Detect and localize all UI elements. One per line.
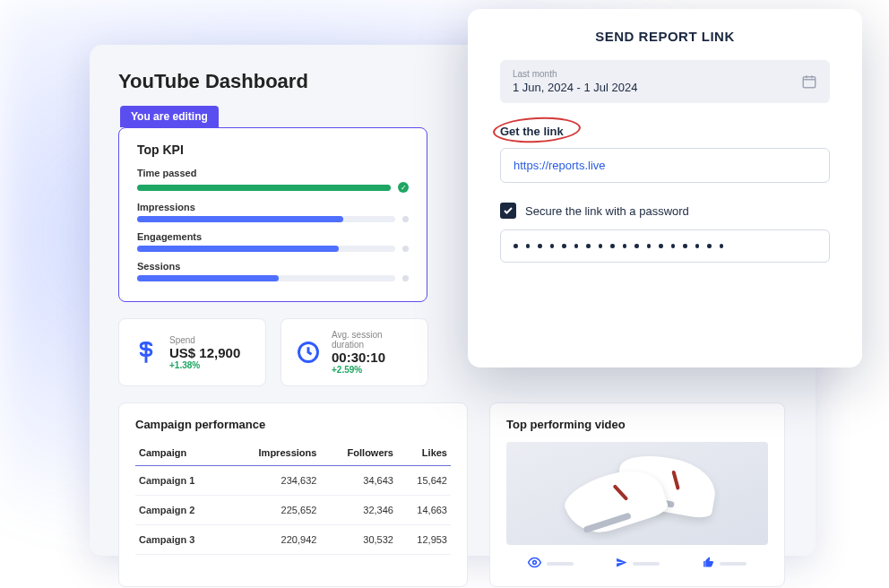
video-stat-likes xyxy=(703,556,747,572)
progress-bar xyxy=(137,246,395,252)
password-input[interactable] xyxy=(500,229,830,263)
svg-rect-2 xyxy=(803,77,816,88)
stat-value: US$ 12,900 xyxy=(169,345,240,360)
table-row[interactable]: Campaign 2225,65232,34614,663 xyxy=(135,496,451,525)
date-range-label: Last month xyxy=(513,69,638,79)
stat-change: +1.38% xyxy=(169,360,240,370)
table-header: Impressions xyxy=(226,442,320,466)
get-link-heading: Get the link xyxy=(500,123,564,139)
table-header: Campaign xyxy=(135,442,226,466)
top-video-title: Top performing video xyxy=(506,418,768,431)
stat-label: Avg. session duration xyxy=(332,330,413,350)
report-panel-title: SEND REPORT LINK xyxy=(500,29,830,44)
kpi-row: Engagements xyxy=(137,231,409,252)
kpi-card-title: Top KPI xyxy=(137,143,409,157)
secure-checkbox-row[interactable]: Secure the link with a password xyxy=(500,203,830,219)
clock-icon xyxy=(296,340,321,365)
kpi-card[interactable]: Top KPI Time passed✓ImpressionsEngagemen… xyxy=(118,127,427,302)
campaign-performance-card: Campaign performance CampaignImpressions… xyxy=(118,402,468,587)
checkbox-checked-icon[interactable] xyxy=(500,203,516,219)
progress-dot xyxy=(402,216,409,222)
table-header: Followers xyxy=(320,442,397,466)
kpi-label: Engagements xyxy=(137,231,409,242)
stat-label: Spend xyxy=(169,335,240,345)
progress-bar xyxy=(137,185,391,191)
eye-icon xyxy=(528,556,541,572)
progress-bar xyxy=(137,216,395,222)
send-report-panel: SEND REPORT LINK Last month 1 Jun, 2024 … xyxy=(468,9,862,368)
kpi-label: Sessions xyxy=(137,261,409,272)
progress-bar xyxy=(137,275,395,281)
stat-change: +2.59% xyxy=(332,365,413,375)
video-thumbnail[interactable] xyxy=(506,442,768,545)
kpi-row: Time passed✓ xyxy=(137,168,409,193)
stat-card: SpendUS$ 12,900+1.38% xyxy=(118,318,266,386)
video-stat-shares xyxy=(616,556,660,572)
date-range-picker[interactable]: Last month 1 Jun, 2024 - 1 Jul 2024 xyxy=(500,60,830,103)
top-video-card: Top performing video xyxy=(489,402,785,587)
campaign-performance-title: Campaign performance xyxy=(135,418,451,431)
dollar-icon xyxy=(134,340,159,365)
campaign-table: CampaignImpressionsFollowersLikes Campai… xyxy=(135,442,451,555)
secure-checkbox-label: Secure the link with a password xyxy=(525,204,689,218)
table-row[interactable]: Campaign 1234,63234,64315,642 xyxy=(135,466,451,496)
kpi-row: Impressions xyxy=(137,202,409,222)
video-stats-row xyxy=(506,556,768,572)
table-row[interactable]: Campaign 3220,94230,53212,953 xyxy=(135,525,451,555)
link-input[interactable]: https://reports.live xyxy=(500,148,830,183)
table-header: Likes xyxy=(397,442,451,466)
progress-dot xyxy=(402,275,409,281)
kpi-label: Time passed xyxy=(137,168,409,178)
send-icon xyxy=(616,557,627,571)
stat-card: Avg. session duration00:30:10+2.59% xyxy=(281,318,428,386)
kpi-row: Sessions xyxy=(137,261,409,281)
calendar-icon xyxy=(801,69,817,94)
thumbs-up-icon xyxy=(703,557,714,571)
stat-value: 00:30:10 xyxy=(332,350,413,365)
video-stat-views xyxy=(528,556,574,572)
date-range-value: 1 Jun, 2024 - 1 Jul 2024 xyxy=(513,81,638,94)
kpi-label: Impressions xyxy=(137,202,409,212)
svg-point-1 xyxy=(532,561,536,565)
check-icon: ✓ xyxy=(398,182,409,193)
progress-dot xyxy=(402,246,409,252)
editing-badge: You are editing xyxy=(120,106,219,127)
